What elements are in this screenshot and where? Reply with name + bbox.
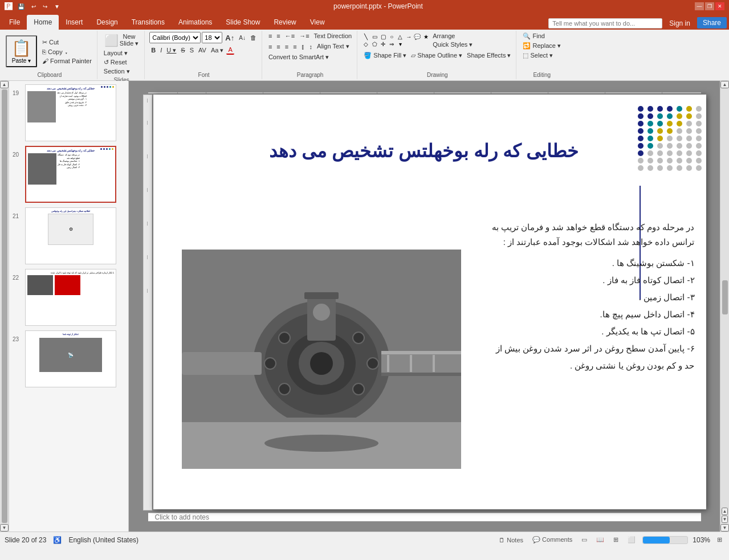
shape-effects-btn[interactable]: Shape Effects ▾ <box>465 51 512 60</box>
shape-fill-btn[interactable]: 🪣 Shape Fill ▾ <box>362 51 408 60</box>
slide-thumb-23[interactable]: 23 تشکر از توجه شما 📡 <box>11 329 126 389</box>
find-btn[interactable]: 🔍 Find <box>521 32 546 40</box>
change-case-btn[interactable]: Aa ▾ <box>209 46 226 55</box>
panel-scrollbar-thumb[interactable] <box>2 89 7 523</box>
font-color-btn[interactable]: A <box>226 46 234 55</box>
bullets-btn[interactable]: ≡ <box>267 32 274 40</box>
strikethrough-btn[interactable]: S <box>179 46 186 54</box>
right-scroll-down[interactable]: ▼ <box>720 524 729 532</box>
customize-quick-btn[interactable]: ▼ <box>52 3 62 10</box>
shadow-btn[interactable]: S <box>188 46 196 54</box>
notes-btn[interactable]: 🗒 Notes <box>496 536 526 545</box>
justify-btn[interactable]: ≡ <box>291 43 298 51</box>
next-slide-btn[interactable]: ▼ <box>722 516 728 523</box>
shape-cross[interactable]: ✛ <box>379 41 387 48</box>
panel-scroll-down[interactable]: ▼ <box>0 524 9 532</box>
italic-btn[interactable]: I <box>158 46 164 54</box>
bold-btn[interactable]: B <box>149 46 157 54</box>
undo-quick-btn[interactable]: ↩ <box>30 3 38 10</box>
notes-bar[interactable]: Click to add notes <box>148 513 701 521</box>
decrease-indent-btn[interactable]: ←≡ <box>283 32 296 40</box>
slide-title[interactable]: خطایی که رله بوخهلتس تشخیص می دهد <box>210 140 638 162</box>
right-scrollbar-thumb[interactable] <box>722 280 728 314</box>
tab-insert[interactable]: Insert <box>59 15 89 30</box>
shape-arrow[interactable]: → <box>405 34 413 40</box>
convert-smartart-btn[interactable]: Convert to SmartArt ▾ <box>267 53 331 62</box>
shape-star[interactable]: ★ <box>422 34 430 40</box>
shape-rect[interactable]: ▭ <box>370 34 378 40</box>
arrange-btn[interactable]: Arrange <box>431 32 474 40</box>
section-button[interactable]: Section ▾ <box>102 67 132 76</box>
copy-button[interactable]: ⎘ Copy ▾ <box>40 48 93 56</box>
line-spacing-btn[interactable]: ↕ <box>308 43 315 51</box>
tab-slideshow[interactable]: Slide Show <box>219 15 267 30</box>
view-presenter-btn[interactable]: ⬜ <box>625 535 638 545</box>
char-spacing-btn[interactable]: AV <box>197 46 208 54</box>
shape-pentagon[interactable]: ⬠ <box>370 41 378 48</box>
shape-diamond[interactable]: ◇ <box>362 41 370 48</box>
shape-line[interactable]: ╲ <box>362 34 370 40</box>
restore-btn[interactable]: ❐ <box>705 2 714 10</box>
align-right-btn[interactable]: ≡ <box>283 43 290 51</box>
prev-slide-btn[interactable]: ▲ <box>722 508 728 515</box>
quick-styles-btn[interactable]: Quick Styles ▾ <box>431 40 474 49</box>
right-scroll-up[interactable]: ▲ <box>720 81 729 88</box>
numbering-btn[interactable]: ≡ <box>275 32 282 40</box>
align-text-btn[interactable]: Align Text ▾ <box>315 42 351 51</box>
slide-thumb-20[interactable]: 20 خطایی که رله بوخهلتس تشخیص می دهد در … <box>11 145 126 204</box>
paste-button[interactable]: 📋 Paste ▾ <box>6 35 37 67</box>
tab-home[interactable]: Home <box>27 15 59 30</box>
reset-button[interactable]: ↺ Reset <box>102 58 129 67</box>
text-direction-btn[interactable]: Text Direction <box>312 32 354 40</box>
slide-thumb-21[interactable]: 21 اطلاعیه عملکرد دیفرانسیل این رله بوخه… <box>11 206 126 265</box>
columns-btn[interactable]: ⫿ <box>300 43 307 51</box>
tab-view[interactable]: View <box>303 15 332 30</box>
comments-btn[interactable]: 💬 Comments <box>530 535 575 545</box>
view-reading-btn[interactable]: 📖 <box>594 535 606 545</box>
align-center-btn[interactable]: ≡ <box>275 43 282 51</box>
cut-button[interactable]: ✂ Cut <box>40 38 93 47</box>
layout-button[interactable]: Layout ▾ <box>102 49 129 58</box>
main-slide[interactable]: خطایی که رله بوخهلتس تشخیص می دهد در مرح… <box>153 95 706 509</box>
clear-format-btn[interactable]: 🗑 <box>249 34 258 42</box>
tab-file[interactable]: File <box>2 15 27 30</box>
slide-thumb-19[interactable]: 19 خطایی که رله بوخهلتس تشخیص می دهد در … <box>11 83 126 142</box>
tell-me-input[interactable] <box>548 18 662 28</box>
tab-design[interactable]: Design <box>89 15 124 30</box>
save-quick-btn[interactable]: 💾 <box>16 3 26 10</box>
increase-indent-btn[interactable]: →≡ <box>298 32 311 40</box>
close-btn[interactable]: ✕ <box>715 2 724 10</box>
shape-rounded-rect[interactable]: ▢ <box>379 34 387 40</box>
fit-slide-btn[interactable]: ⊞ <box>715 535 724 545</box>
tab-animations[interactable]: Animations <box>172 15 219 30</box>
shape-more[interactable]: ▾ <box>396 41 404 48</box>
shape-oval[interactable]: ○ <box>388 34 396 40</box>
decrease-font-btn[interactable]: A↓ <box>237 34 247 42</box>
tab-review[interactable]: Review <box>267 15 303 30</box>
tab-transitions[interactable]: Transitions <box>125 15 172 30</box>
font-family-select[interactable]: Calibri (Body) <box>149 32 201 43</box>
format-painter-button[interactable]: 🖌 Format Painter <box>40 57 93 65</box>
select-btn[interactable]: ⬚ Select ▾ <box>521 51 555 60</box>
share-btn[interactable]: Share <box>697 17 727 28</box>
zoom-slider[interactable] <box>642 536 688 544</box>
align-left-btn[interactable]: ≡ <box>267 43 274 51</box>
slide-text-content[interactable]: در مرحله دوم که دستگاه قطع خواهد شد و فر… <box>474 209 706 509</box>
slide-thumb-22[interactable]: 22 با نکتار ازماره طراحی پیشتر تر ابزار … <box>11 268 126 327</box>
shape-outline-btn[interactable]: ▱ Shape Outline ▾ <box>409 51 464 60</box>
minimize-btn[interactable]: — <box>695 2 704 10</box>
font-size-select[interactable]: 18 <box>202 32 222 43</box>
increase-font-btn[interactable]: A↑ <box>223 33 236 43</box>
redo-quick-btn[interactable]: ↪ <box>41 3 49 10</box>
shape-triangle[interactable]: △ <box>396 34 404 40</box>
comments-icon: 💬 <box>532 536 540 543</box>
new-slide-button[interactable]: ⬜NewSlide ▾ <box>102 32 141 48</box>
panel-scroll-up[interactable]: ▲ <box>0 81 9 88</box>
replace-btn[interactable]: 🔁 Replace ▾ <box>521 42 562 50</box>
view-slide-btn[interactable]: ⊞ <box>611 535 621 545</box>
view-normal-btn[interactable]: ▭ <box>579 535 589 545</box>
shape-callout[interactable]: 💬 <box>413 34 421 40</box>
underline-btn[interactable]: U ▾ <box>165 46 178 55</box>
shape-block-arrow[interactable]: ⇒ <box>388 41 396 48</box>
signin-btn[interactable]: Sign in <box>665 18 695 28</box>
